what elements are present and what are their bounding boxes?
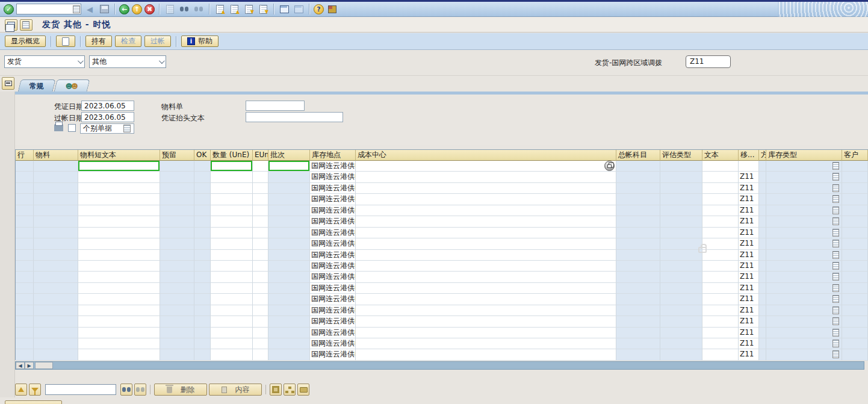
command-input[interactable] <box>17 5 73 13</box>
stock-type-dropdown-icon[interactable] <box>832 329 839 337</box>
grid-column-header[interactable]: 库存地点 <box>310 150 356 161</box>
find-next-icon[interactable] <box>194 5 203 13</box>
grid-cell[interactable] <box>356 272 616 282</box>
grid-cell[interactable] <box>356 338 616 349</box>
grid-cell[interactable]: 国网连云港供电 <box>310 328 356 338</box>
grid-cell[interactable]: 国网连云港供电 <box>310 294 356 305</box>
scroll-left-button[interactable]: ◀ <box>16 362 25 369</box>
enter-icon[interactable] <box>4 4 14 14</box>
grid-cell[interactable] <box>253 172 268 182</box>
grid-cell[interactable] <box>78 328 160 338</box>
grid-cell[interactable] <box>211 172 253 182</box>
customize-layout-icon[interactable] <box>328 5 336 13</box>
grid-cell[interactable] <box>78 283 160 294</box>
grid-cell[interactable] <box>211 328 253 338</box>
grid-cell[interactable] <box>702 272 739 282</box>
editable-cell-input[interactable] <box>211 161 252 171</box>
grid-cell[interactable] <box>211 261 253 272</box>
grid-cell[interactable]: 国网连云港供电 <box>310 183 356 194</box>
close-header-button[interactable] <box>2 77 14 90</box>
document-list-button[interactable] <box>20 19 33 31</box>
grid-column-header[interactable]: 移... <box>739 150 759 161</box>
grid-cell[interactable] <box>211 183 253 194</box>
grid-cell[interactable] <box>78 161 160 172</box>
grid-cell[interactable] <box>211 228 253 238</box>
stock-type-dropdown-icon[interactable] <box>832 251 839 259</box>
export-button[interactable] <box>297 384 309 396</box>
command-field[interactable] <box>16 4 81 14</box>
stock-type-dropdown-icon[interactable] <box>832 229 839 237</box>
scroll-right-button[interactable]: ▶ <box>25 362 34 369</box>
grid-cell[interactable] <box>78 194 160 205</box>
grid-cell[interactable] <box>356 305 616 316</box>
grid-column-header[interactable]: 客户 <box>842 150 868 161</box>
grid-cell[interactable]: Z11 <box>739 283 759 294</box>
material-slip-field[interactable] <box>246 101 305 111</box>
grid-cell[interactable] <box>78 216 160 227</box>
post-button[interactable]: 过帐 <box>144 36 171 47</box>
grid-cell[interactable] <box>78 250 160 261</box>
grid-cell[interactable] <box>253 338 268 349</box>
grid-cell[interactable] <box>356 183 616 194</box>
grid-cell[interactable]: 国网连云港供电 <box>310 194 356 205</box>
grid-cell[interactable] <box>211 216 253 227</box>
individual-slip-dropdown[interactable]: 个别单据 <box>80 123 134 134</box>
grid-cell[interactable] <box>78 305 160 316</box>
action-combobox[interactable]: 发货 <box>4 55 85 68</box>
grid-cell[interactable] <box>211 305 253 316</box>
grid-cell[interactable] <box>78 172 160 182</box>
new-session-icon[interactable] <box>280 5 289 13</box>
grid-cell[interactable] <box>356 294 616 305</box>
grid-cell[interactable] <box>253 316 268 327</box>
grid-cell[interactable] <box>702 305 739 316</box>
grid-cell[interactable] <box>702 238 739 249</box>
grid-cell[interactable]: Z11 <box>739 328 759 338</box>
grid-cell[interactable]: Z11 <box>739 238 759 249</box>
grid-cell[interactable] <box>356 194 616 205</box>
grid-cell[interactable] <box>78 183 160 194</box>
grid-cell[interactable]: 国网连云港供电 <box>310 238 356 249</box>
grid-cell[interactable]: Z11 <box>739 216 759 227</box>
grid-cell[interactable] <box>702 216 739 227</box>
grid-cell[interactable] <box>356 261 616 272</box>
grid-column-header[interactable]: 批次 <box>268 150 310 161</box>
grid-cell[interactable]: Z11 <box>739 338 759 349</box>
doc-header-text-field[interactable] <box>246 112 343 122</box>
help-button[interactable]: i帮助 <box>181 36 219 47</box>
grid-cell[interactable] <box>253 305 268 316</box>
grid-cell[interactable] <box>253 349 268 360</box>
grid-cell[interactable] <box>356 283 616 294</box>
contents-button[interactable]: 内容 <box>209 384 262 396</box>
grid-cell[interactable]: 国网连云港供电 <box>310 305 356 316</box>
grid-cell[interactable] <box>253 261 268 272</box>
item-search-input[interactable] <box>45 384 116 395</box>
grid-cell[interactable] <box>78 205 160 216</box>
grid-cell[interactable] <box>702 183 739 194</box>
cancel-icon[interactable]: ✖ <box>144 4 155 14</box>
grid-cell[interactable] <box>78 294 160 305</box>
stock-type-dropdown-icon[interactable] <box>832 317 839 325</box>
grid-cell[interactable]: 国网连云港供电 <box>310 316 356 327</box>
grid-column-header[interactable]: 库存类型 <box>766 150 842 161</box>
command-dropdown-icon[interactable] <box>73 5 80 13</box>
filter-button[interactable] <box>29 384 41 396</box>
grid-cell[interactable] <box>78 338 160 349</box>
grid-cell[interactable] <box>78 238 160 249</box>
hierarchy-button[interactable] <box>284 384 296 396</box>
show-overview-button[interactable]: 显示概览 <box>5 36 46 47</box>
grid-cell[interactable]: 国网连云港供电 <box>310 250 356 261</box>
save-icon[interactable] <box>100 5 109 13</box>
grid-cell[interactable]: Z11 <box>739 316 759 327</box>
grid-cell[interactable]: Z11 <box>739 172 759 182</box>
grid-cell[interactable] <box>211 294 253 305</box>
grid-cell[interactable] <box>702 349 739 360</box>
posting-date-field[interactable]: 2023.06.05 <box>81 112 134 122</box>
grid-cell[interactable]: 国网连云港供电 <box>310 283 356 294</box>
grid-cell[interactable] <box>253 161 268 172</box>
find-icon[interactable] <box>179 5 189 13</box>
grid-column-header[interactable]: 数量 (UnE) <box>211 150 253 161</box>
grid-cell[interactable] <box>356 228 616 238</box>
restart-button[interactable] <box>56 36 75 47</box>
grid-cell[interactable]: 国网连云港供电 <box>310 216 356 227</box>
movement-type-field[interactable]: Z11 <box>686 55 731 68</box>
